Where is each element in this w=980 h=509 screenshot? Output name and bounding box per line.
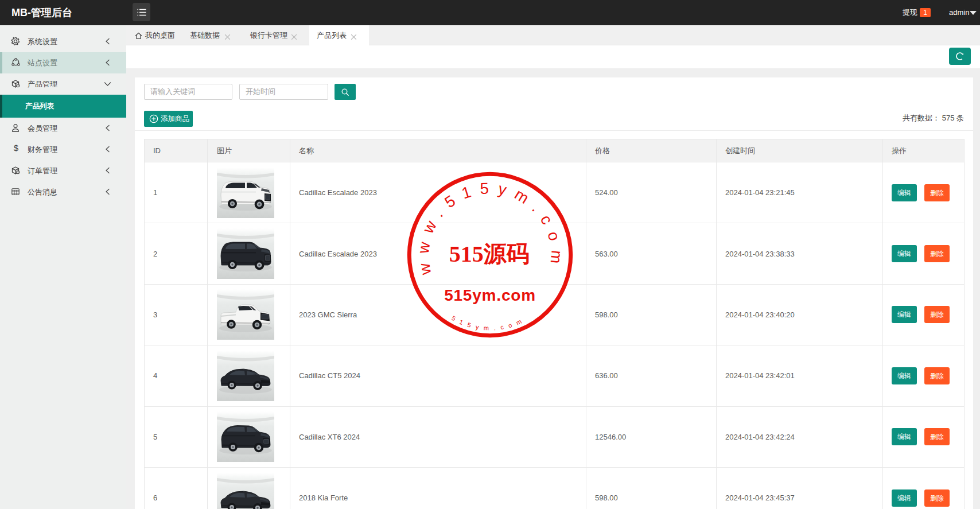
svg-text:515ym.com: 515ym.com (444, 286, 536, 304)
svg-text:515源码: 515源码 (449, 241, 530, 267)
